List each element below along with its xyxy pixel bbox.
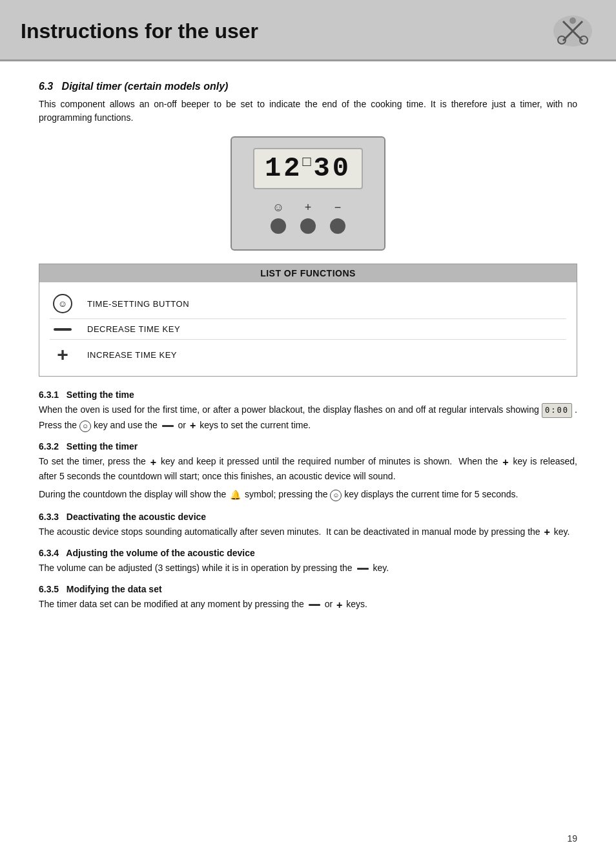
section-title: Digital timer (certain models only) xyxy=(62,81,229,92)
svg-point-5 xyxy=(570,17,576,24)
timer-btn-minus: − xyxy=(330,201,345,234)
timer-smiley-icon: ☺ xyxy=(272,201,284,214)
timer-btn-smiley: ☺ xyxy=(271,201,286,234)
subsection-631-heading: 6.3.1 Setting the time xyxy=(39,390,577,400)
subsection-633-body: The acoustic device stops sounding autom… xyxy=(39,525,577,539)
function-icon-timeset: ☺ xyxy=(50,294,76,313)
page-title: Instructions for the user xyxy=(21,19,258,43)
inline-plus-icon-1: + xyxy=(190,421,196,431)
page-number: 19 xyxy=(567,833,577,844)
check-circle-icon: ☺ xyxy=(53,294,72,313)
function-icon-decrease xyxy=(50,328,76,331)
function-label-decrease: DECREASE TIME KEY xyxy=(87,324,180,334)
header-logo-icon xyxy=(550,12,595,50)
display-zero-icon: 0:00 xyxy=(542,403,572,418)
timer-smiley-btn xyxy=(271,218,286,234)
timer-btn-plus: + xyxy=(300,201,316,234)
subsection-632-body-2: During the countdown the display will sh… xyxy=(39,487,577,502)
inline-plus-icon-4: + xyxy=(544,527,550,537)
minus-icon xyxy=(54,328,72,331)
timer-digits: 12□30 xyxy=(253,148,363,189)
inline-plus-icon-5: + xyxy=(336,600,342,610)
subsection-633-heading: 6.3.3 Deactivating the acoustic device xyxy=(39,512,577,522)
timer-display: 12□30 ☺ + − xyxy=(231,136,385,251)
function-label-timeset: TIME-SETTING BUTTON xyxy=(87,299,189,309)
timer-plus-icon: + xyxy=(305,201,312,214)
subsection-632-body-1: To set the timer, press the + key and ke… xyxy=(39,454,577,483)
plus-icon: + xyxy=(57,345,68,364)
subsection-634-heading: 6.3.4 Adjusting the volume of the acoust… xyxy=(39,548,577,558)
inline-plus-icon-3: + xyxy=(502,457,508,468)
timer-buttons-row: ☺ + − xyxy=(271,201,345,234)
main-content: 6.3 Digital timer (certain models only) … xyxy=(0,68,616,641)
subsection-634-body: The volume can be adjusted (3 settings) … xyxy=(39,561,577,575)
subsection-635-body: The timer data set can be modified at an… xyxy=(39,597,577,611)
section-intro: This component allows an on-off beeper t… xyxy=(39,98,577,125)
functions-body: ☺ TIME-SETTING BUTTON DECREASE TIME KEY … xyxy=(39,282,577,376)
timer-image-container: 12□30 ☺ + − xyxy=(39,136,577,251)
inline-smiley-icon-1: ☺ xyxy=(79,421,91,432)
inline-bell-icon: 🔔 xyxy=(230,488,241,502)
function-row-increase: + INCREASE TIME KEY xyxy=(50,340,566,369)
timer-minus-icon: − xyxy=(334,201,342,214)
function-label-increase: INCREASE TIME KEY xyxy=(87,350,177,360)
inline-minus-icon-2 xyxy=(357,568,369,570)
section-heading: 6.3 Digital timer (certain models only) xyxy=(39,81,577,92)
timer-plus-btn xyxy=(300,218,316,234)
subsection-632-heading: 6.3.2 Setting the timer xyxy=(39,441,577,452)
functions-header: LIST OF FUNCTIONS xyxy=(39,264,577,282)
timer-minus-btn xyxy=(330,218,345,234)
inline-minus-icon-1 xyxy=(162,425,174,427)
function-row-timeset: ☺ TIME-SETTING BUTTON xyxy=(50,289,566,319)
inline-plus-icon-2: + xyxy=(150,457,156,468)
inline-minus-icon-3 xyxy=(309,604,320,606)
inline-smiley-icon-2: ☺ xyxy=(330,490,342,501)
subsection-635-heading: 6.3.5 Modifying the data set xyxy=(39,584,577,594)
page-header: Instructions for the user xyxy=(0,0,616,61)
function-icon-increase: + xyxy=(50,345,76,364)
subsection-631-body: When the oven is used for the first time… xyxy=(39,402,577,432)
functions-box: LIST OF FUNCTIONS ☺ TIME-SETTING BUTTON … xyxy=(39,264,577,377)
function-row-decrease: DECREASE TIME KEY xyxy=(50,319,566,340)
section-number: 6.3 xyxy=(39,81,53,92)
